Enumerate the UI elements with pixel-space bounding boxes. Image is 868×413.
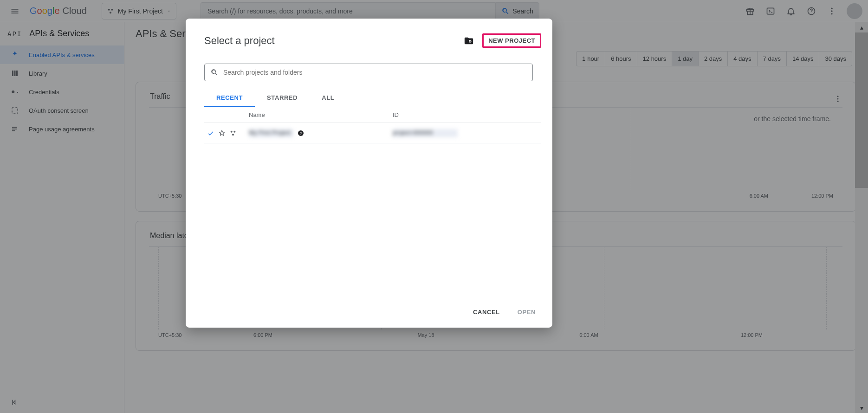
consent-icon: [10, 106, 19, 115]
library-icon: [10, 69, 19, 77]
google-logo-text: Google: [30, 6, 60, 16]
chart-gridline: [158, 247, 159, 329]
hamburger-menu-icon[interactable]: [6, 2, 24, 20]
project-row[interactable]: My First Project ? project-000000: [204, 123, 541, 143]
cloud-shell-icon[interactable]: [761, 2, 780, 20]
svg-point-17: [837, 101, 839, 102]
sidebar-item-page-usage[interactable]: Page usage agreements: [0, 120, 124, 138]
time-range-label: 1 hour: [582, 55, 599, 62]
sidebar-item-credentials[interactable]: Credentials: [0, 83, 124, 101]
project-selector-chip[interactable]: My First Project: [102, 3, 176, 19]
chevron-down-icon: [167, 9, 171, 13]
modal-actions: CANCEL OPEN: [204, 305, 541, 319]
sidebar-header: API APIs & Services: [0, 22, 124, 45]
svg-point-9: [831, 13, 832, 14]
time-range-7days[interactable]: 7 days: [757, 52, 786, 66]
project-icon: [107, 7, 114, 15]
sidebar-item-oauth[interactable]: OAuth consent screen: [0, 101, 124, 120]
check-icon: [207, 129, 214, 137]
tab-starred[interactable]: STARRED: [255, 90, 310, 107]
help-icon[interactable]: [802, 2, 821, 20]
gift-icon[interactable]: [741, 2, 759, 20]
sidebar-item-enabled-apis[interactable]: Enabled APIs & services: [0, 45, 124, 64]
more-vert-icon[interactable]: [823, 2, 841, 20]
project-table: Name ID My First Project ? project-00000…: [204, 107, 541, 143]
latency-axis: UTC+5:30 6:00 PM May 18 6:00 AM 12:00 PM: [136, 329, 855, 338]
project-name-cell: My First Project ?: [249, 129, 393, 137]
scroll-track[interactable]: [855, 32, 868, 403]
time-range-14days[interactable]: 14 days: [786, 52, 819, 66]
help-solid-icon[interactable]: ?: [297, 129, 304, 137]
project-chip-label: My First Project: [118, 7, 163, 15]
scroll-up-icon[interactable]: ▴: [855, 22, 868, 32]
sidebar-collapse-button[interactable]: [0, 392, 124, 413]
axis-label: 6:00 AM: [713, 193, 768, 199]
tab-label: RECENT: [216, 94, 243, 101]
sidebar-item-label: OAuth consent screen: [29, 107, 89, 114]
time-range-label: 6 hours: [611, 55, 631, 62]
time-range-1hour[interactable]: 1 hour: [577, 52, 605, 66]
new-project-button[interactable]: NEW PROJECT: [482, 33, 541, 48]
sidebar: API APIs & Services Enabled APIs & servi…: [0, 22, 124, 413]
window-scrollbar[interactable]: ▴ ▾: [855, 22, 868, 413]
axis-label: 6:00 PM: [181, 332, 344, 338]
chart-gridline: [826, 247, 827, 329]
svg-point-20: [233, 130, 235, 132]
project-id-cell: project-000000: [393, 129, 541, 137]
new-folder-icon[interactable]: [464, 36, 474, 46]
search-button[interactable]: Search: [495, 2, 539, 20]
search-icon: [501, 7, 510, 15]
card-menu-icon[interactable]: [829, 90, 847, 108]
time-range-1day[interactable]: 1 day: [672, 52, 698, 66]
project-search-input[interactable]: [223, 69, 527, 76]
project-type-icon: [229, 129, 237, 137]
sidebar-section-title: APIs & Services: [29, 29, 89, 39]
time-range-4days[interactable]: 4 days: [727, 52, 757, 66]
time-range-30days[interactable]: 30 days: [819, 52, 852, 66]
axis-label: 12:00 PM: [670, 332, 833, 338]
axis-label: 6:00 AM: [507, 332, 670, 338]
modal-header: Select a project NEW PROJECT: [204, 33, 541, 48]
svg-point-1: [111, 8, 113, 10]
time-range-label: 30 days: [825, 55, 846, 62]
scroll-down-icon[interactable]: ▾: [855, 403, 868, 413]
new-project-label: NEW PROJECT: [488, 37, 535, 44]
cloud-word: Cloud: [63, 6, 87, 16]
svg-point-15: [837, 96, 839, 97]
google-cloud-logo[interactable]: Google Cloud: [30, 6, 87, 16]
open-button[interactable]: OPEN: [515, 305, 538, 319]
search-input-wrapper[interactable]: Search (/) for resources, docs, products…: [201, 2, 495, 20]
scroll-thumb[interactable]: [855, 32, 868, 188]
sidebar-item-label: Page usage agreements: [29, 126, 95, 133]
svg-point-8: [831, 10, 832, 12]
user-avatar[interactable]: [847, 3, 862, 19]
svg-point-7: [831, 7, 832, 9]
time-range-label: 4 days: [733, 55, 751, 62]
time-range-2days[interactable]: 2 days: [698, 52, 727, 66]
svg-point-0: [108, 8, 110, 10]
project-search[interactable]: [204, 64, 533, 81]
svg-rect-11: [14, 71, 16, 76]
open-label: OPEN: [518, 309, 536, 316]
star-outline-icon[interactable]: [218, 129, 226, 137]
tab-recent[interactable]: RECENT: [204, 90, 255, 107]
time-range-12hours[interactable]: 12 hours: [637, 52, 672, 66]
time-range-label: 7 days: [763, 55, 781, 62]
chart-gridline: [631, 108, 631, 190]
cancel-button[interactable]: CANCEL: [470, 305, 503, 319]
project-tabs: RECENT STARRED ALL: [204, 90, 541, 107]
column-header-name: Name: [249, 111, 393, 118]
tab-all[interactable]: ALL: [310, 90, 346, 107]
sidebar-item-library[interactable]: Library: [0, 64, 124, 83]
enabled-apis-icon: [10, 51, 19, 59]
svg-point-21: [232, 134, 234, 136]
key-icon: [10, 88, 19, 96]
notifications-icon[interactable]: [782, 2, 800, 20]
table-header: Name ID: [204, 107, 541, 123]
svg-point-16: [837, 98, 839, 100]
chart-gridline: [604, 247, 604, 329]
time-range-picker: 1 hour 6 hours 12 hours 1 day 2 days 4 d…: [576, 51, 852, 66]
time-range-6hours[interactable]: 6 hours: [605, 52, 636, 66]
tab-label: STARRED: [267, 94, 298, 101]
redacted-id: project-000000: [393, 129, 458, 137]
